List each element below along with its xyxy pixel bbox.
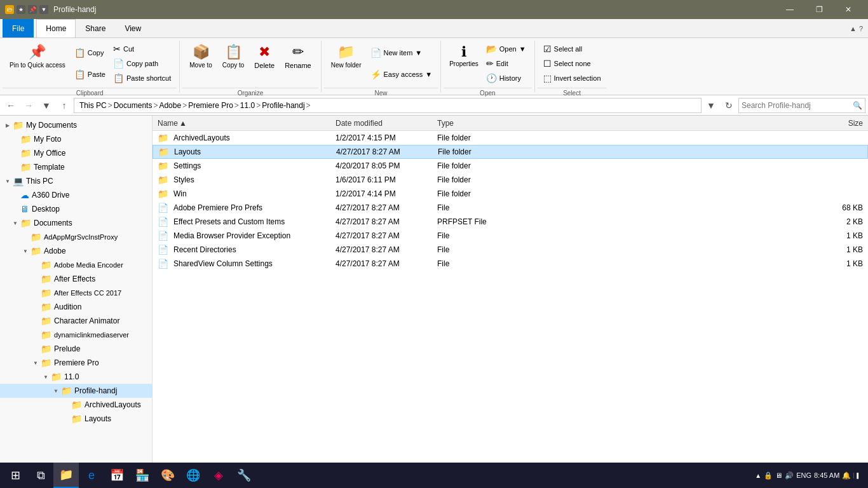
network-icon[interactable]: 🖥 [775, 471, 782, 479]
sidebar-item-profile-handj[interactable]: ▼ 📁 Profile-handj [0, 384, 152, 398]
table-row[interactable]: 📄 Effect Presets and Custom Items 4/27/2… [153, 215, 868, 229]
calendar-button[interactable]: 📅 [104, 463, 130, 488]
show-desktop-button[interactable]: ▌ [853, 473, 860, 478]
tab-file[interactable]: File [3, 19, 34, 37]
app-button[interactable]: ◈ [206, 463, 231, 488]
ribbon-collapse[interactable]: ▲ ? [844, 19, 868, 37]
bc-documents[interactable]: Documents [114, 101, 153, 110]
edit-button[interactable]: ✏ Edit [483, 57, 529, 70]
tab-view[interactable]: View [115, 19, 151, 37]
copy-to-button[interactable]: 📋 Copy to [218, 42, 248, 85]
bc-adobe[interactable]: Adobe [159, 101, 181, 110]
system-tray-chevron[interactable]: ▲ [755, 472, 761, 479]
close-button[interactable]: ✕ [834, 0, 863, 19]
new-folder-button[interactable]: 📁 New folder [327, 42, 366, 85]
sidebar-item-prelude[interactable]: 📁 Prelude [0, 342, 152, 356]
search-box[interactable]: 🔍 [738, 98, 865, 113]
sidebar-item-aecc[interactable]: 📁 After Effects CC 2017 [0, 286, 152, 300]
properties-button[interactable]: ℹ Properties [446, 42, 482, 85]
notification-button[interactable]: 🔔 [842, 471, 851, 480]
table-row[interactable]: 📁 Layouts 4/27/2017 8:27 AM File folder [153, 145, 868, 159]
dropdown-locations-button[interactable]: ▼ [703, 97, 719, 114]
col-header-type[interactable]: Type [437, 119, 526, 128]
col-header-name[interactable]: Name ▲ [158, 119, 336, 128]
sidebar-item-my-foto[interactable]: 📁 My Foto [0, 132, 152, 146]
rename-button[interactable]: ✏ Rename [280, 42, 316, 85]
sidebar-item-adapp[interactable]: 📁 AdAppMgrSvcInstProxy [0, 230, 152, 244]
sidebar-item-desktop[interactable]: 🖥 Desktop [0, 202, 152, 216]
paint-button[interactable]: 🎨 [155, 463, 180, 488]
tab-share[interactable]: Share [76, 19, 115, 37]
bc-110[interactable]: 11.0 [240, 101, 255, 110]
refresh-button[interactable]: ↻ [721, 97, 737, 114]
browser2-button[interactable]: 🌐 [180, 463, 206, 488]
sidebar-item-my-office[interactable]: 📁 My Office [0, 146, 152, 160]
sidebar-item-audition[interactable]: 📁 Audition [0, 300, 152, 314]
history-button[interactable]: 🕐 History [483, 72, 529, 85]
store-button[interactable]: 🏪 [130, 463, 155, 488]
table-row[interactable]: 📄 Media Browser Provider Exception 4/27/… [153, 229, 868, 243]
new-item-button[interactable]: 📄 New item ▼ [367, 46, 436, 59]
language-indicator[interactable]: ENG [796, 471, 811, 479]
tab-home[interactable]: Home [36, 19, 76, 37]
sidebar-item-110[interactable]: ▼ 📁 11.0 [0, 370, 152, 384]
recent-locations-button[interactable]: ▼ [38, 97, 55, 114]
up-button[interactable]: ↑ [56, 97, 72, 114]
search-input[interactable] [742, 101, 853, 110]
table-row[interactable]: 📄 Adobe Premiere Pro Prefs 4/27/2017 8:2… [153, 201, 868, 215]
edge-button[interactable]: e [79, 463, 104, 488]
file-date: 4/27/2017 8:27 AM [336, 259, 437, 268]
sidebar-item-my-documents[interactable]: ▶ 📁 My Documents [0, 118, 152, 132]
sidebar-item-character-animator[interactable]: 📁 Character Animator [0, 314, 152, 328]
breadcrumb[interactable]: This PC > Documents > Adobe > Premiere P… [74, 98, 702, 113]
window-controls[interactable]: — ❐ ✕ [775, 0, 863, 19]
ribbon-up-button[interactable]: ▲ [850, 25, 857, 32]
sidebar-item-dynamiclink[interactable]: 📁 dynamiclinkmediaserver [0, 328, 152, 342]
table-row[interactable]: 📁 Win 1/2/2017 4:14 PM File folder [153, 187, 868, 201]
file-explorer-button[interactable]: 📁 [53, 463, 79, 488]
clock[interactable]: 8:45 AM [814, 471, 839, 479]
bc-premiere-pro[interactable]: Premiere Pro [188, 101, 233, 110]
open-button[interactable]: 📂 Open ▼ [483, 43, 529, 55]
pin-to-quick-access-button[interactable]: 📌 Pin to Quick access [5, 42, 70, 85]
invert-selection-button[interactable]: ⬚ Invert selection [540, 72, 604, 85]
bc-profile-handj[interactable]: Profile-handj [262, 101, 304, 110]
paste-button[interactable]: 📋 Paste [71, 68, 109, 81]
sidebar-item-adobe-me[interactable]: 📁 Adobe Media Encoder [0, 258, 152, 272]
copy-button[interactable]: 📋 Copy [71, 46, 109, 59]
copy-path-button[interactable]: 📄 Copy path [110, 57, 174, 70]
help-button[interactable]: ? [859, 25, 863, 32]
back-button[interactable]: ← [3, 97, 19, 114]
move-to-button[interactable]: 📦 Move to [185, 42, 217, 85]
table-row[interactable]: 📁 Settings 4/20/2017 8:05 PM File folder [153, 159, 868, 173]
minimize-button[interactable]: — [775, 0, 804, 19]
delete-button[interactable]: ✖ Delete [250, 42, 279, 85]
table-row[interactable]: 📄 SharedView Column Settings 4/27/2017 8… [153, 257, 868, 271]
select-none-button[interactable]: ☐ Select none [540, 57, 604, 70]
select-all-button[interactable]: ☑ Select all [540, 43, 604, 55]
table-row[interactable]: 📁 ArchivedLayouts 1/2/2017 4:15 PM File … [153, 131, 868, 145]
col-header-size[interactable]: Size [526, 119, 863, 128]
sidebar-item-premiere-pro[interactable]: ▼ 📁 Premiere Pro [0, 356, 152, 370]
start-button[interactable]: ⊞ [3, 463, 28, 488]
sidebar-item-template[interactable]: 📁 Template [0, 160, 152, 174]
forward-button[interactable]: → [20, 97, 37, 114]
paste-shortcut-button[interactable]: 📋 Paste shortcut [110, 72, 174, 85]
sidebar-item-ae[interactable]: 📁 After Effects [0, 272, 152, 286]
volume-icon[interactable]: 🔊 [785, 471, 794, 480]
task-view-button[interactable]: ⧉ [28, 463, 53, 488]
bc-this-pc[interactable]: This PC [79, 101, 107, 110]
sidebar-item-adobe[interactable]: ▼ 📁 Adobe [0, 244, 152, 258]
tools-button[interactable]: 🔧 [231, 463, 257, 488]
sidebar-item-layouts[interactable]: 📁 Layouts [0, 412, 152, 426]
sidebar-item-archived-layouts[interactable]: 📁 ArchivedLayouts [0, 398, 152, 412]
sidebar-item-this-pc[interactable]: ▼ 💻 This PC [0, 174, 152, 188]
col-header-modified[interactable]: Date modified [336, 119, 437, 128]
cut-button[interactable]: ✂ Cut [110, 43, 174, 55]
sidebar-item-documents[interactable]: ▼ 📁 Documents [0, 216, 152, 230]
maximize-button[interactable]: ❐ [804, 0, 834, 19]
sidebar-item-a360[interactable]: ☁ A360 Drive [0, 188, 152, 202]
easy-access-button[interactable]: ⚡ Easy access ▼ [367, 68, 436, 81]
table-row[interactable]: 📄 Recent Directories 4/27/2017 8:27 AM F… [153, 243, 868, 257]
table-row[interactable]: 📁 Styles 1/6/2017 6:11 PM File folder [153, 173, 868, 187]
